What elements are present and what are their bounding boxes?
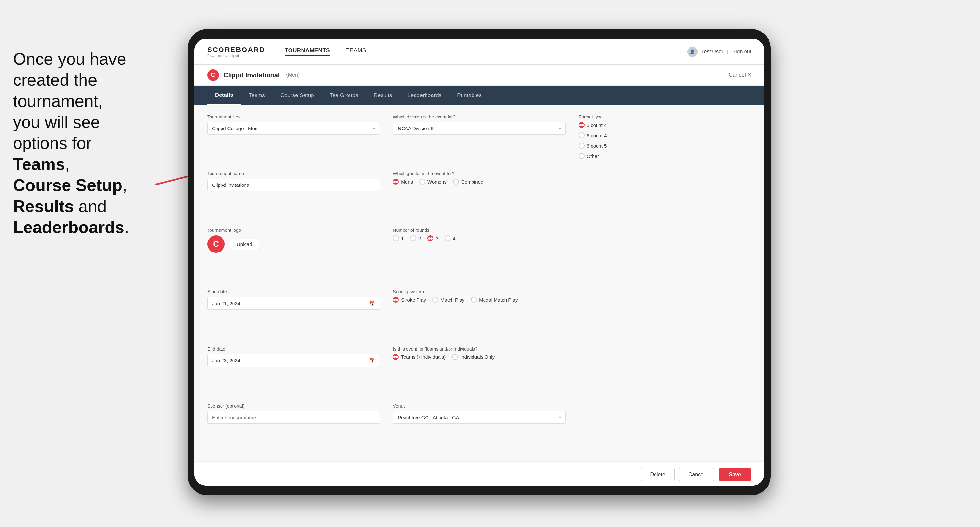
radio-6count4-circle bbox=[579, 132, 585, 138]
rounds-1[interactable]: 1 bbox=[393, 235, 404, 241]
logo-preview: C bbox=[207, 235, 225, 253]
radio-r3-circle bbox=[428, 235, 433, 241]
radio-womens-circle bbox=[419, 179, 425, 184]
tournament-host-group: Tournament Host Clippd College - Men ▾ bbox=[207, 114, 380, 163]
nav-links: TOURNAMENTS TEAMS bbox=[285, 47, 366, 56]
tab-course-setup[interactable]: Course Setup bbox=[273, 86, 322, 105]
sponsor-label: Sponsor (optional) bbox=[207, 403, 380, 408]
tournament-header: C Clippd Invitational (Men) Cancel X bbox=[194, 65, 764, 86]
tournament-name: Clippd Invitational bbox=[223, 71, 280, 79]
save-button[interactable]: Save bbox=[719, 468, 751, 481]
format-type-group: Format type 5 count 4 6 count 4 6 count … bbox=[579, 114, 751, 395]
scoring-options: Stroke Play Match Play Medal Match Play bbox=[393, 297, 565, 303]
scoring-match[interactable]: Match Play bbox=[432, 297, 465, 303]
radio-individuals-circle bbox=[452, 354, 458, 360]
scoring-label: Scoring system bbox=[393, 289, 565, 294]
instruction-text: Once you have created the tournament, yo… bbox=[0, 39, 181, 248]
format-other[interactable]: Other bbox=[579, 153, 751, 159]
tab-results[interactable]: Results bbox=[366, 86, 400, 105]
format-6count5[interactable]: 6 count 5 bbox=[579, 143, 751, 149]
division-group: Which division is the event for? NCAA Di… bbox=[393, 114, 565, 163]
rounds-2-label: 2 bbox=[418, 236, 421, 241]
radio-combined-circle bbox=[453, 179, 459, 184]
scoring-stroke[interactable]: Stroke Play bbox=[393, 297, 426, 303]
tab-printables[interactable]: Printables bbox=[449, 86, 489, 105]
gender-options: Mens Womens Combined bbox=[393, 179, 565, 184]
nav-link-tournaments[interactable]: TOURNAMENTS bbox=[285, 47, 330, 56]
tournament-name-input[interactable]: Clippd Invitational bbox=[207, 179, 380, 191]
chevron-down-icon-3: ▾ bbox=[559, 415, 561, 419]
tournament-icon: C bbox=[207, 69, 219, 81]
teams-label: Is this event for Teams and/or Individua… bbox=[393, 346, 565, 352]
end-date-input[interactable]: Jan 23, 2024 📅 bbox=[207, 354, 380, 367]
venue-label: Venue bbox=[393, 403, 565, 408]
radio-mens-circle bbox=[393, 179, 399, 184]
tablet-screen: SCOREBOARD Powered by clippd TOURNAMENTS… bbox=[194, 39, 764, 486]
rounds-4[interactable]: 4 bbox=[445, 235, 455, 241]
cancel-button[interactable]: Cancel bbox=[679, 468, 714, 481]
format-6count4[interactable]: 6 count 4 bbox=[579, 132, 751, 138]
division-label: Which division is the event for? bbox=[393, 114, 565, 119]
division-select[interactable]: NCAA Division III ▾ bbox=[393, 122, 565, 135]
logo-group: Tournament logo C Upload bbox=[207, 227, 380, 281]
rounds-4-label: 4 bbox=[453, 236, 455, 241]
end-date-label: End date bbox=[207, 346, 380, 352]
radio-5count4-circle bbox=[579, 122, 585, 128]
rounds-group: Number of rounds 1 2 3 bbox=[393, 227, 565, 281]
teams-group: Is this event for Teams and/or Individua… bbox=[393, 346, 565, 395]
tournament-subtitle: (Men) bbox=[286, 72, 299, 78]
format-5count4[interactable]: 5 count 4 bbox=[579, 122, 751, 128]
calendar-icon-2: 📅 bbox=[369, 358, 375, 364]
scoring-stroke-label: Stroke Play bbox=[401, 297, 426, 303]
teams-plus-individuals[interactable]: Teams (+Individuals) bbox=[393, 354, 445, 360]
radio-other-circle bbox=[579, 153, 585, 159]
tab-teams[interactable]: Teams bbox=[241, 86, 273, 105]
upload-button[interactable]: Upload bbox=[230, 238, 259, 250]
radio-teams-circle bbox=[393, 354, 399, 360]
scoring-medal[interactable]: Medal Match Play bbox=[471, 297, 517, 303]
tournament-name-group: Tournament name Clippd Invitational bbox=[207, 171, 380, 220]
format-6count4-label: 6 count 4 bbox=[587, 133, 607, 138]
tab-leaderboards[interactable]: Leaderboards bbox=[399, 86, 449, 105]
nav-link-teams[interactable]: TEAMS bbox=[346, 47, 366, 56]
gender-mens[interactable]: Mens bbox=[393, 179, 413, 184]
sponsor-input[interactable] bbox=[207, 411, 380, 424]
nav-left: SCOREBOARD Powered by clippd TOURNAMENTS… bbox=[207, 46, 366, 58]
delete-button[interactable]: Delete bbox=[641, 468, 675, 481]
sign-out-link[interactable]: Sign out bbox=[732, 49, 751, 55]
tab-tee-groups[interactable]: Tee Groups bbox=[322, 86, 366, 105]
tournament-name-label: Tournament name bbox=[207, 171, 380, 176]
gender-label: Which gender is the event for? bbox=[393, 171, 565, 176]
format-6count5-label: 6 count 5 bbox=[587, 143, 607, 149]
logo-label: Tournament logo bbox=[207, 227, 380, 233]
radio-r2-circle bbox=[410, 235, 416, 241]
rounds-2[interactable]: 2 bbox=[410, 235, 421, 241]
rounds-3[interactable]: 3 bbox=[428, 235, 438, 241]
radio-stroke-circle bbox=[393, 297, 399, 303]
gender-mens-label: Mens bbox=[401, 179, 413, 184]
tablet-frame: SCOREBOARD Powered by clippd TOURNAMENTS… bbox=[188, 29, 771, 495]
chevron-down-icon: ▾ bbox=[373, 126, 375, 131]
gender-group: Which gender is the event for? Mens Wome… bbox=[393, 171, 565, 220]
radio-6count5-circle bbox=[579, 143, 585, 149]
logo-area: SCOREBOARD Powered by clippd bbox=[207, 46, 265, 58]
separator: | bbox=[727, 49, 729, 55]
cancel-header-button[interactable]: Cancel X bbox=[729, 72, 751, 78]
gender-womens[interactable]: Womens bbox=[419, 179, 447, 184]
format-other-label: Other bbox=[587, 154, 599, 159]
tournament-host-label: Tournament Host bbox=[207, 114, 380, 119]
scoring-medal-label: Medal Match Play bbox=[479, 297, 517, 303]
tab-details[interactable]: Details bbox=[207, 86, 241, 105]
venue-select[interactable]: Peachtree GC - Atlanta - GA ▾ bbox=[393, 411, 565, 424]
teams-options: Teams (+Individuals) Individuals Only bbox=[393, 354, 565, 360]
individuals-only[interactable]: Individuals Only bbox=[452, 354, 495, 360]
chevron-down-icon-2: ▾ bbox=[559, 126, 561, 131]
individuals-only-label: Individuals Only bbox=[460, 354, 495, 360]
logo-upload-area: C Upload bbox=[207, 235, 380, 253]
format-options: 5 count 4 6 count 4 6 count 5 Other bbox=[579, 122, 751, 159]
tournament-host-select[interactable]: Clippd College - Men ▾ bbox=[207, 122, 380, 135]
rounds-options: 1 2 3 4 bbox=[393, 235, 565, 241]
user-name[interactable]: Test User bbox=[702, 49, 724, 55]
start-date-input[interactable]: Jan 21, 2024 📅 bbox=[207, 297, 380, 310]
gender-combined[interactable]: Combined bbox=[453, 179, 483, 184]
